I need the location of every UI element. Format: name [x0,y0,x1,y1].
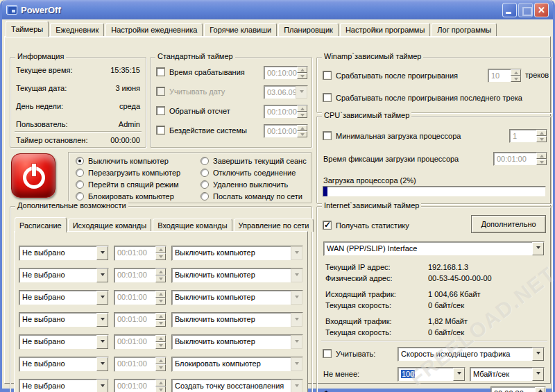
spin-down-icon[interactable] [155,342,166,349]
radio-icon[interactable] [200,157,209,165]
spin-up-icon[interactable] [511,69,521,76]
chevron-down-icon[interactable] [532,368,544,381]
action-disconnect[interactable]: Отключить соединение [200,168,307,178]
chevron-down-icon[interactable] [453,368,465,381]
spin-up-icon[interactable] [155,246,166,253]
cpu-min-load-checkbox[interactable] [323,131,332,140]
schedule-time-spinner[interactable]: 00:01:00 [114,357,166,372]
spin-down-icon[interactable] [155,253,166,260]
chevron-down-icon[interactable] [291,380,302,392]
schedule-when-combo[interactable]: Не выбрано [19,312,109,327]
chevron-down-icon[interactable] [291,291,302,305]
trigger-time-checkbox[interactable] [156,67,165,76]
tab-hotkeys[interactable]: Горячие клавиши [204,23,277,36]
schedule-when-combo[interactable]: Не выбрано [19,246,109,261]
schedule-command-combo[interactable]: Выключить компьютер [171,334,303,350]
tab-diary[interactable]: Ежедневник [50,23,104,36]
schedule-time-spinner[interactable]: 00:01:00 [114,312,166,327]
spin-down-icon[interactable] [297,112,307,118]
tab-diary-settings[interactable]: Настройки ежедневника [105,23,203,36]
schedule-time-spinner[interactable]: 00:01:00 [114,290,166,305]
schedule-command-combo[interactable]: Создать точку восстановления [171,379,303,392]
chevron-down-icon[interactable] [532,242,544,255]
spin-down-icon[interactable] [297,131,307,137]
get-stats-checkbox[interactable] [323,221,332,230]
schedule-command-combo[interactable]: Выключить компьютер [171,312,303,327]
titlebar[interactable]: PowerOff ✕ [2,0,553,19]
chevron-down-icon[interactable] [291,269,302,282]
tab-timers[interactable]: Таймеры [6,21,49,37]
consider-checkbox[interactable] [323,349,332,358]
cpu-min-load-spinner[interactable]: 1 [509,129,547,143]
min-value-combo[interactable]: 100 [398,367,466,382]
spin-up-icon[interactable] [536,130,547,136]
min-unit-combo[interactable]: Мбайт/сек [470,367,545,382]
chevron-down-icon[interactable] [296,86,307,99]
spin-up-icon[interactable] [297,67,307,73]
schedule-command-combo[interactable]: Выключить компьютер [171,268,303,283]
spin-up-icon[interactable] [297,125,307,131]
radio-icon[interactable] [76,169,84,177]
spin-up-icon[interactable] [155,291,166,298]
spin-down-icon[interactable] [155,364,166,371]
winamp-after-tracks-checkbox[interactable] [323,71,332,80]
chevron-down-icon[interactable] [96,380,108,392]
chevron-down-icon[interactable] [291,313,302,327]
tab-schedule[interactable]: Расписание [15,217,67,232]
spin-down-icon[interactable] [155,386,166,392]
tab-outgoing-commands[interactable]: Исходящие команды [68,219,152,232]
radio-icon[interactable] [76,180,84,189]
spin-down-icon[interactable] [536,136,547,142]
tab-incoming-commands[interactable]: Входящие команды [153,219,232,232]
schedule-time-spinner[interactable]: 00:01:00 [114,268,166,283]
spin-up-icon[interactable] [297,105,307,112]
use-date-checkbox[interactable] [156,87,165,96]
countdown-checkbox[interactable] [156,106,165,115]
action-sleep[interactable]: Перейти в спящий режим [76,180,180,189]
schedule-when-combo[interactable]: Не выбрано [19,379,109,392]
fix-speed-spinner[interactable]: 00:00:30 [490,386,546,392]
spin-down-icon[interactable] [536,159,547,165]
action-lock[interactable]: Блокировать компьютер [76,191,180,201]
spin-up-icon[interactable] [155,357,166,364]
schedule-command-combo[interactable]: Выключить компьютер [171,290,303,305]
action-reboot[interactable]: Перезагрузить компьютер [76,168,180,178]
action-logoff[interactable]: Завершить текущий сеанс [200,156,307,166]
idle-spinner[interactable]: 00:10:00 [264,124,308,138]
spin-up-icon[interactable] [155,380,166,386]
schedule-time-spinner[interactable]: 00:01:00 [114,379,166,392]
interface-combo[interactable]: WAN (PPP/SLIP) Interface [323,241,545,256]
countdown-spinner[interactable]: 00:10:00 [264,105,308,119]
schedule-when-combo[interactable]: Не выбрано [19,290,109,305]
consider-combo[interactable]: Скорость исходящего трафика [398,347,545,361]
radio-icon[interactable] [200,169,209,177]
spin-down-icon[interactable] [155,275,166,282]
schedule-command-combo[interactable]: Блокировать компьютер [171,357,303,372]
spin-down-icon[interactable] [511,76,521,82]
chevron-down-icon[interactable] [96,291,108,305]
schedule-when-combo[interactable]: Не выбрано [19,268,109,283]
cpu-fix-time-spinner[interactable]: 00:01:00 [493,152,547,166]
winamp-last-track-checkbox[interactable] [323,93,332,102]
chevron-down-icon[interactable] [96,246,108,260]
spin-down-icon[interactable] [155,320,166,327]
radio-icon[interactable] [200,192,209,201]
spin-down-icon[interactable] [297,73,307,79]
radio-icon[interactable] [76,157,84,165]
chevron-down-icon[interactable] [96,313,108,327]
spin-up-icon[interactable] [155,335,166,342]
minimize-button[interactable] [502,3,517,17]
spin-up-icon[interactable] [155,313,166,320]
schedule-command-combo[interactable]: Выключить компьютер [171,246,303,261]
schedule-when-combo[interactable]: Не выбрано [19,357,109,372]
action-shutdown[interactable]: Выключить компьютер [76,156,180,166]
radio-icon[interactable] [76,192,84,201]
tab-scheduler[interactable]: Планировщик [278,23,339,36]
tab-program-log[interactable]: Лог программы [432,23,497,36]
advanced-button[interactable]: Дополнительно [471,215,546,233]
spin-up-icon[interactable] [536,153,547,159]
chevron-down-icon[interactable] [291,335,302,349]
tab-network-control[interactable]: Управление по сети [234,219,314,232]
tracks-count-spinner[interactable]: 10 [488,69,522,83]
chevron-down-icon[interactable] [291,246,302,260]
